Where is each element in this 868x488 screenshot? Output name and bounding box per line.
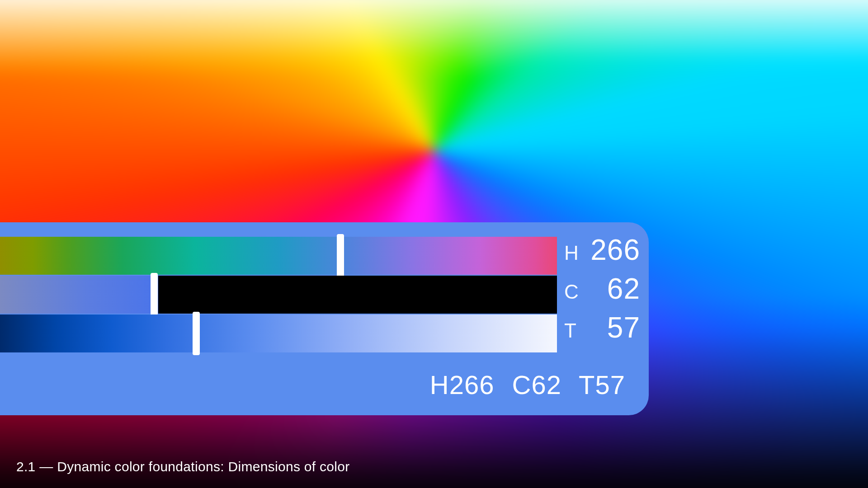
hue-readout: H 266 [564, 233, 640, 272]
chroma-value: 62 [586, 272, 640, 305]
tone-track [0, 314, 557, 352]
hue-value: 266 [586, 233, 640, 267]
chroma-thumb[interactable] [151, 273, 158, 316]
tone-label: T [564, 319, 580, 342]
hct-readouts: H 266 C 62 T 57 [564, 233, 640, 350]
hue-label: H [564, 242, 580, 264]
chroma-out-of-gamut-region [158, 276, 557, 314]
chroma-slider[interactable] [0, 276, 557, 314]
hct-color-panel: H 266 C 62 T 57 H266 C62 T57 [0, 222, 649, 415]
chroma-track [0, 276, 158, 314]
hct-slider-group [0, 237, 557, 353]
tone-slider[interactable] [0, 314, 557, 352]
slide-caption: 2.1 — Dynamic color foundations: Dimensi… [16, 459, 350, 474]
chroma-label: C [564, 281, 580, 303]
chroma-readout: C 62 [564, 272, 640, 311]
tone-thumb[interactable] [193, 312, 200, 355]
tone-readout: T 57 [564, 311, 640, 350]
hct-summary-text: H266 C62 T57 [430, 370, 625, 400]
hue-track [0, 237, 557, 275]
hue-thumb[interactable] [337, 234, 344, 277]
tone-value: 57 [586, 311, 640, 344]
hue-slider[interactable] [0, 237, 557, 275]
